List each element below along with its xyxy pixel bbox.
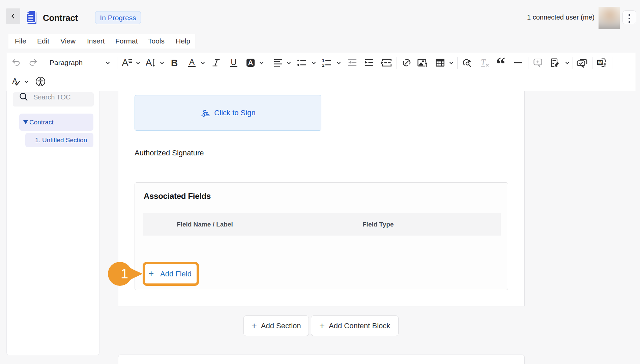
svg-text:A: A — [122, 58, 128, 68]
svg-text:A: A — [189, 58, 195, 66]
svg-text:T: T — [481, 58, 486, 67]
svg-text:B: B — [171, 58, 178, 68]
svg-text:“: “ — [497, 58, 505, 68]
svg-text:1: 1 — [322, 58, 324, 63]
svg-text:W: W — [598, 60, 602, 65]
svg-text:A: A — [248, 59, 253, 67]
svg-text:2: 2 — [322, 63, 324, 68]
svg-text:U: U — [231, 58, 236, 67]
svg-text:A: A — [146, 58, 152, 68]
